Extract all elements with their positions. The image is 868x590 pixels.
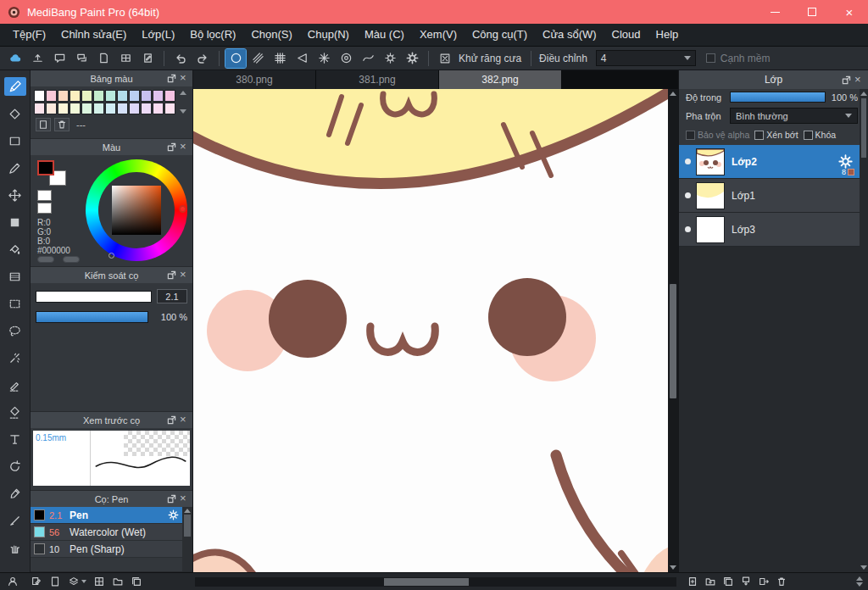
palette-swatch[interactable] xyxy=(81,90,92,102)
saturation-square[interactable] xyxy=(112,186,161,235)
fill-rect-tool[interactable] xyxy=(4,213,26,231)
lasso-tool[interactable] xyxy=(4,321,26,340)
palette-swatch[interactable] xyxy=(129,103,140,114)
popout-icon[interactable] xyxy=(167,74,176,83)
select-eraser-tool[interactable] xyxy=(4,403,26,421)
close-icon[interactable]: × xyxy=(180,493,189,504)
menu-select[interactable]: Chọn(S) xyxy=(243,24,299,46)
palette-swatch[interactable] xyxy=(117,90,128,102)
popout-icon[interactable] xyxy=(167,142,176,152)
transfer-layer-icon[interactable] xyxy=(758,576,770,587)
palette-swatch[interactable] xyxy=(105,103,116,114)
minimize-button[interactable] xyxy=(756,0,793,24)
cloud-icon[interactable] xyxy=(5,49,25,68)
scroll-up-icon[interactable] xyxy=(670,92,676,96)
brush-tool[interactable] xyxy=(4,77,26,96)
blend-mode-dropdown[interactable]: Bình thường xyxy=(730,108,858,124)
soft-edge-checkbox[interactable] xyxy=(706,53,715,63)
canvas-horizontal-scrollbar[interactable] xyxy=(195,577,676,587)
brush-list-scrollbar[interactable] xyxy=(182,507,192,571)
scrollbar-thumb[interactable] xyxy=(384,578,469,586)
popout-icon[interactable] xyxy=(842,75,851,85)
duplicate-layer-icon[interactable] xyxy=(722,576,734,587)
brush-item-watercolor[interactable]: 56 Watercolor (Wet) xyxy=(31,524,182,541)
brush-item-pen[interactable]: 2.1 Pen xyxy=(31,507,182,524)
move-layer-down-icon[interactable] xyxy=(856,582,863,587)
layer-row-lop3[interactable]: Lớp3 xyxy=(679,213,860,247)
maximize-button[interactable] xyxy=(793,0,831,24)
palette-swatch[interactable] xyxy=(129,90,140,102)
stored-color-swatch[interactable] xyxy=(37,203,52,214)
palette-swatch[interactable] xyxy=(164,103,175,114)
merge-layer-icon[interactable] xyxy=(740,576,752,587)
gradient-tool[interactable] xyxy=(4,267,26,286)
snap-radial-icon[interactable] xyxy=(336,49,356,68)
layer-visibility-toggle[interactable] xyxy=(679,159,696,164)
new-swatch-button[interactable] xyxy=(36,118,51,131)
settings-gear-icon[interactable] xyxy=(402,49,422,68)
palette-swatch[interactable] xyxy=(34,103,45,114)
eraser-tool[interactable] xyxy=(4,104,26,123)
popout-icon[interactable] xyxy=(167,494,176,504)
eyedropper-tool[interactable] xyxy=(4,484,26,503)
close-icon[interactable]: × xyxy=(854,75,864,86)
scroll-down-icon[interactable] xyxy=(670,565,676,570)
palette-swatch[interactable] xyxy=(46,90,57,102)
chat-icon[interactable] xyxy=(71,49,92,68)
snap-curve-icon[interactable] xyxy=(358,49,378,68)
palette-swatch[interactable] xyxy=(93,103,104,114)
brush-item-pen-sharp[interactable]: 10 Pen (Sharp) xyxy=(31,541,182,558)
layer-stack-icon[interactable] xyxy=(68,576,86,587)
scroll-down-icon[interactable] xyxy=(860,565,867,570)
popout-icon[interactable] xyxy=(167,270,176,280)
soft-edge-toggle[interactable]: Cạnh mềm xyxy=(706,53,774,64)
alpha-lock-toggle[interactable]: Bảo vệ alpha xyxy=(686,130,749,140)
add-layer-icon[interactable] xyxy=(687,576,698,587)
palette-swatch[interactable] xyxy=(46,103,57,114)
brush-size-value[interactable]: 2.1 xyxy=(157,289,187,303)
canvas[interactable] xyxy=(193,89,668,572)
tab-381[interactable]: 381.png xyxy=(316,70,439,89)
close-icon[interactable]: × xyxy=(180,142,189,153)
layer-visibility-toggle[interactable] xyxy=(679,226,696,232)
close-icon[interactable]: × xyxy=(180,73,189,84)
menu-filter[interactable]: Bộ lọc(R) xyxy=(182,24,243,46)
menu-view[interactable]: Xem(V) xyxy=(412,24,465,46)
palette-swatch[interactable] xyxy=(58,90,69,102)
divide-tool[interactable] xyxy=(4,511,26,530)
foreground-color-swatch[interactable] xyxy=(37,160,54,175)
redo-button[interactable] xyxy=(192,49,213,68)
lock-checkbox[interactable] xyxy=(804,131,813,140)
new-canvas-icon[interactable] xyxy=(31,576,42,587)
move-tool[interactable] xyxy=(4,186,26,204)
layer-settings-gear-icon[interactable] xyxy=(838,154,853,169)
document-icon[interactable] xyxy=(93,49,114,68)
palette-swatch[interactable] xyxy=(153,103,164,114)
menu-cloud[interactable]: Cloud xyxy=(604,24,648,46)
hand-tool[interactable] xyxy=(4,538,26,557)
menu-capture[interactable]: Chụp(N) xyxy=(300,24,357,46)
clipping-toggle[interactable]: Xén bớt xyxy=(754,130,798,140)
snap-settings-icon[interactable] xyxy=(380,49,400,68)
menu-edit[interactable]: Chỉnh sửa(E) xyxy=(53,24,134,46)
menu-file[interactable]: Tệp(F) xyxy=(5,24,53,46)
palette-scrollbar[interactable] xyxy=(178,90,188,114)
scroll-up-icon[interactable] xyxy=(860,92,867,96)
document-grid-icon[interactable] xyxy=(115,49,136,68)
layers-scrollbar[interactable] xyxy=(860,89,868,572)
palette-swatch[interactable] xyxy=(164,90,175,102)
palette-swatch[interactable] xyxy=(105,90,116,102)
close-icon[interactable]: × xyxy=(180,270,189,281)
palette-swatch[interactable] xyxy=(70,90,81,102)
palette-swatch[interactable] xyxy=(141,103,152,114)
rect-tool[interactable] xyxy=(4,131,26,150)
close-button[interactable]: × xyxy=(831,0,868,24)
menu-color[interactable]: Màu (C) xyxy=(357,24,412,46)
layer-opacity-slider[interactable] xyxy=(730,92,826,103)
color-bar-button-right[interactable] xyxy=(63,256,80,263)
palette-swatch[interactable] xyxy=(34,90,45,102)
comment-icon[interactable] xyxy=(49,49,70,68)
brush-size-slider[interactable] xyxy=(36,291,152,303)
folder-icon[interactable] xyxy=(112,576,124,587)
tab-380[interactable]: 380.png xyxy=(193,70,316,89)
